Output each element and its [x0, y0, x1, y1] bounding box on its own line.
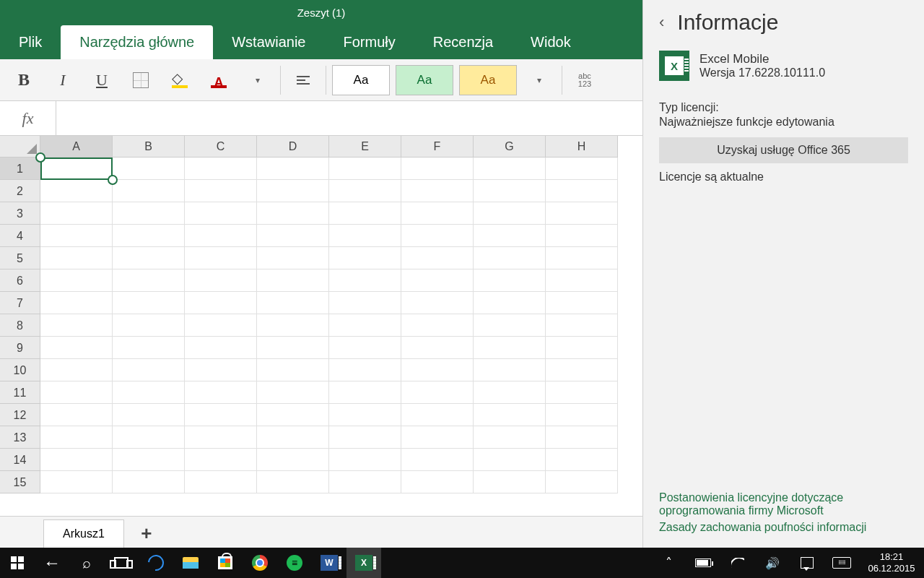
cell[interactable] [40, 449, 113, 471]
tab-file[interactable]: Plik [0, 25, 61, 59]
cell[interactable] [474, 180, 546, 202]
cell[interactable] [546, 381, 618, 404]
cell[interactable] [185, 292, 257, 314]
row-header-3[interactable]: 3 [0, 202, 40, 225]
row-header-5[interactable]: 5 [0, 247, 40, 269]
wrap-text-button[interactable]: abc123 [565, 64, 604, 97]
cell-style-normal[interactable]: Aa [332, 65, 390, 95]
cell[interactable] [329, 337, 401, 359]
cell[interactable] [329, 269, 401, 292]
start-button[interactable] [0, 548, 35, 578]
battery-button[interactable] [686, 548, 720, 578]
get-office-365-button[interactable]: Uzyskaj usługę Office 365 [659, 137, 908, 163]
cell[interactable] [257, 314, 329, 337]
cell[interactable] [401, 404, 474, 426]
cell[interactable] [113, 404, 185, 426]
cell[interactable] [546, 269, 618, 292]
row-header-2[interactable]: 2 [0, 180, 40, 202]
cell[interactable] [113, 426, 185, 449]
cell[interactable] [401, 471, 474, 493]
cell[interactable] [401, 381, 474, 404]
cell-style-good[interactable]: Aa [396, 65, 453, 95]
cell[interactable] [474, 337, 546, 359]
column-header-a[interactable]: A [40, 136, 113, 158]
cell[interactable] [401, 247, 474, 269]
row-header-7[interactable]: 7 [0, 292, 40, 314]
cell[interactable] [113, 337, 185, 359]
cell[interactable] [185, 404, 257, 426]
cell[interactable] [185, 180, 257, 202]
cell[interactable] [474, 269, 546, 292]
cell[interactable] [40, 381, 113, 404]
cell[interactable] [546, 202, 618, 225]
cell[interactable] [401, 225, 474, 247]
cell[interactable] [401, 426, 474, 449]
cell[interactable] [546, 337, 618, 359]
bold-button[interactable]: B [4, 64, 43, 97]
cell[interactable] [329, 449, 401, 471]
cell[interactable] [401, 269, 474, 292]
cell[interactable] [257, 225, 329, 247]
row-header-8[interactable]: 8 [0, 314, 40, 337]
cell[interactable] [329, 471, 401, 493]
column-header-d[interactable]: D [257, 136, 329, 158]
row-header-4[interactable]: 4 [0, 225, 40, 247]
cell[interactable] [185, 471, 257, 493]
row-header-13[interactable]: 13 [0, 426, 40, 449]
cell[interactable] [185, 247, 257, 269]
cell[interactable] [40, 471, 113, 493]
font-color-button[interactable] [199, 64, 238, 97]
taskbar-clock[interactable]: 18:21 06.12.2015 [859, 551, 924, 574]
cell[interactable] [113, 381, 185, 404]
cell[interactable] [474, 426, 546, 449]
cell[interactable] [185, 449, 257, 471]
search-button[interactable]: ⌕ [69, 548, 104, 578]
cell[interactable] [113, 314, 185, 337]
cell[interactable] [185, 426, 257, 449]
cell[interactable] [329, 225, 401, 247]
cell[interactable] [401, 359, 474, 381]
cell[interactable] [257, 449, 329, 471]
cell[interactable] [474, 404, 546, 426]
cell[interactable] [257, 337, 329, 359]
cell[interactable] [474, 381, 546, 404]
cell[interactable] [257, 269, 329, 292]
cell[interactable] [257, 180, 329, 202]
tab-home[interactable]: Narzędzia główne [61, 25, 213, 59]
touch-keyboard-button[interactable] [824, 548, 859, 578]
privacy-policy-link[interactable]: Zasady zachowania poufności informacji [659, 521, 908, 534]
cell[interactable] [113, 269, 185, 292]
cell-style-neutral[interactable]: Aa [459, 65, 517, 95]
cell[interactable] [257, 471, 329, 493]
cell[interactable] [113, 180, 185, 202]
cell[interactable] [329, 314, 401, 337]
volume-button[interactable]: 🔊 [755, 548, 790, 578]
row-header-14[interactable]: 14 [0, 449, 40, 471]
cell[interactable] [257, 202, 329, 225]
file-explorer-button[interactable] [173, 548, 208, 578]
cell[interactable] [546, 471, 618, 493]
cell[interactable] [185, 158, 257, 180]
row-header-9[interactable]: 9 [0, 337, 40, 359]
cell[interactable] [329, 180, 401, 202]
styles-more-button[interactable]: ▾ [520, 64, 559, 97]
column-header-g[interactable]: G [474, 136, 546, 158]
cell[interactable] [185, 337, 257, 359]
row-header-6[interactable]: 6 [0, 269, 40, 292]
cell[interactable] [474, 314, 546, 337]
cell[interactable] [113, 471, 185, 493]
cell[interactable] [257, 404, 329, 426]
column-header-e[interactable]: E [329, 136, 401, 158]
align-button[interactable] [284, 64, 323, 97]
cell[interactable] [113, 247, 185, 269]
cell[interactable] [113, 158, 185, 180]
cell[interactable] [329, 381, 401, 404]
cell[interactable] [185, 269, 257, 292]
cell[interactable] [113, 292, 185, 314]
cell[interactable] [40, 269, 113, 292]
word-button[interactable]: W [312, 548, 346, 578]
tab-formulas[interactable]: Formuły [324, 25, 414, 59]
cell[interactable] [546, 180, 618, 202]
cell[interactable] [546, 359, 618, 381]
task-view-button[interactable] [104, 548, 139, 578]
